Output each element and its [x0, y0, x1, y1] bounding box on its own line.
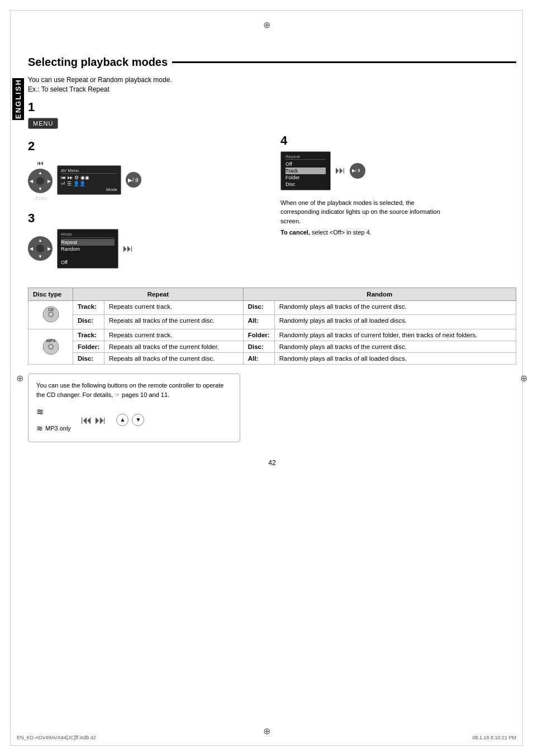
mp3-folder-repeat-label: Folder:: [73, 341, 104, 352]
skip-forward-icon: ⏭: [123, 243, 133, 255]
mp3-track-row: MP3 Track: Repeats current track. Folder…: [28, 329, 516, 341]
right-center-mark: ⊕: [520, 373, 527, 384]
repeat-item-track: Track: [285, 168, 326, 174]
remote-up-down: ▲ ▼: [116, 414, 144, 426]
dpad-circle: ▲ ▼ ◀ ▶: [28, 169, 53, 193]
av-menu-label: Mode: [61, 187, 117, 192]
down-button: ▼: [132, 414, 144, 426]
mp3-folder-repeat-desc: Repeats all tracks of the current folder…: [104, 341, 243, 352]
mode-item-random: Random: [61, 246, 115, 252]
step-3-dpad-area: ▲ ▼ ◀ ▶: [28, 236, 53, 261]
step-2-dpad-area: ⏮ ▲ ▼ ◀ ▶: [28, 159, 53, 201]
step4-skip-icon: ⏭: [335, 165, 345, 176]
step3-dpad-left: ◀: [30, 246, 33, 251]
intro-text: You can use Repeat or Random playback mo…: [28, 75, 516, 94]
mp3-disc-repeat-desc: Repeats all tracks of the current disc.: [104, 352, 243, 364]
svg-text:MP3: MP3: [46, 338, 55, 343]
left-center-mark: ⊕: [16, 373, 23, 384]
cd-disc-repeat-desc: Repeats all tracks of the current disc.: [104, 315, 243, 329]
cancel-label: To cancel,: [280, 229, 310, 236]
when-selected-text: When one of the playback modes is select…: [280, 198, 448, 226]
mode-item-empty: [61, 252, 115, 259]
repeat-item-folder: Folder: [285, 174, 326, 181]
cd-all-random-label: All:: [243, 315, 274, 329]
header-random: Random: [243, 288, 516, 300]
step3-dpad: ▲ ▼ ◀ ▶: [28, 236, 53, 261]
info-table: Disc type Repeat Random CD: [28, 288, 516, 365]
repeat-screen: Repeat Off Track Folder Disc: [280, 151, 331, 190]
av-menu-screen: AV Menu ⏮⏭⚙◉◉ ⏎☰👤👤 Mode: [57, 165, 121, 195]
cd-track-desc: Repeats current track.: [104, 300, 243, 315]
header-disc-type: Disc type: [28, 288, 73, 300]
cd-disc-random-label: Disc:: [243, 300, 274, 315]
step3-dpad-right: ▶: [47, 246, 51, 251]
mode-screen: Mode Repeat Random Off: [57, 229, 118, 269]
page-border-left: [10, 10, 11, 746]
intro-line1: You can use Repeat or Random playback mo…: [28, 76, 172, 84]
page-border-top: [10, 10, 523, 11]
dpad-down: ▼: [38, 186, 42, 192]
cd-track-label: Track:: [73, 300, 104, 315]
mp3-disc-cell: MP3: [28, 329, 73, 364]
note-icons-area: ≋ ≋ MP3 only ⏮ ⏭ ▲ ▼: [36, 405, 232, 435]
cd-all-random-desc: Randomly plays all tracks of all loaded …: [274, 315, 516, 329]
repeat-screen-title: Repeat: [285, 154, 326, 160]
page-border-bottom: [10, 745, 523, 746]
mp3-only-label: MP3 only: [45, 424, 71, 434]
step3-dpad-center: [36, 245, 44, 252]
mp3-disc-row: Disc: Repeats all tracks of the current …: [28, 352, 516, 364]
cd-disc-random-desc: Randomly plays all tracks of the current…: [274, 300, 516, 315]
remote-icons: ≋ ≋ MP3 only: [36, 405, 71, 435]
step-2-block: 2 ⏮ ▲ ▼ ◀ ▶: [28, 139, 264, 203]
av-menu-title: AV Menu: [61, 168, 117, 174]
step-1-content: MENU: [28, 118, 264, 131]
mp3-disc-repeat-label: Disc:: [73, 352, 104, 364]
repeat-item-off: Off: [285, 161, 326, 168]
footer-right: 08.1.18 8:10:21 PM: [472, 735, 516, 740]
svg-text:CD: CD: [47, 308, 53, 312]
cd-svg: CD: [40, 303, 62, 326]
cd-disc-repeat-label: Disc:: [73, 315, 104, 329]
dpad-center: [36, 177, 44, 185]
mode-screen-title: Mode: [61, 232, 115, 238]
footer: EN_KD-ADV49AVX44[JC]ff.indb 42 08.1.18 8…: [17, 735, 516, 740]
av-menu-icons2: ⏎☰👤👤: [61, 181, 117, 186]
cancel-description: select <Off> in step 4.: [312, 229, 372, 236]
header-repeat: Repeat: [73, 288, 244, 300]
svg-point-3: [50, 313, 52, 315]
svg-point-8: [50, 346, 52, 348]
footer-left: EN_KD-ADV49AVX44[JC]ff.indb 42: [17, 735, 96, 740]
note-text: You can use the following buttons on the…: [36, 382, 223, 399]
mp3-folder-random-label: Folder:: [243, 329, 274, 341]
mode-item-off: Off: [61, 259, 115, 266]
step-3-number: 3: [28, 211, 264, 226]
cancel-text: To cancel, select <Off> in step 4.: [280, 229, 516, 236]
intro-line2: Ex.: To select Track Repeat: [28, 85, 110, 93]
step-2-content: ⏮ ▲ ▼ ◀ ▶: [28, 157, 264, 203]
up-button: ▲: [116, 414, 129, 426]
remote-icon-1: ≋: [36, 405, 71, 419]
cd-track-row: CD Track: Repeats current track. Disc: R…: [28, 300, 516, 315]
page-title: Selecting playback modes: [28, 56, 516, 69]
step-2-number: 2: [28, 139, 264, 154]
mp3-folder-random-desc: Randomly plays all tracks of current fol…: [274, 329, 516, 341]
step3-dpad-up: ▲: [38, 238, 42, 243]
remote-icon-2: ≋ MP3 only: [36, 422, 71, 434]
menu-button: MENU: [28, 118, 58, 129]
table-section: Disc type Repeat Random CD: [28, 288, 516, 365]
note-box: You can use the following buttons on the…: [28, 374, 240, 442]
mp3-all-random-label: All:: [243, 352, 274, 364]
av-menu-icons: ⏮⏭⚙◉◉: [61, 175, 117, 180]
mode-item-repeat: Repeat: [61, 239, 115, 246]
dpad-up: ▲: [38, 170, 42, 175]
dpad-left: ◀: [30, 178, 33, 183]
mp3-track-desc: Repeats current track.: [104, 329, 243, 341]
mp3-folder-row: Folder: Repeats all tracks of the curren…: [28, 341, 516, 352]
mp3-disc-random-label: Disc:: [243, 341, 274, 352]
repeat-item-disc: Disc: [285, 181, 326, 188]
step-1-number: 1: [28, 100, 264, 114]
step-3-content: ▲ ▼ ◀ ▶ Mode Repeat Random: [28, 229, 264, 269]
remote-prev-next: ⏮ ⏭: [81, 411, 107, 429]
cd-disc-row: Disc: Repeats all tracks of the current …: [28, 315, 516, 329]
language-label: ENGLISH: [12, 78, 24, 120]
